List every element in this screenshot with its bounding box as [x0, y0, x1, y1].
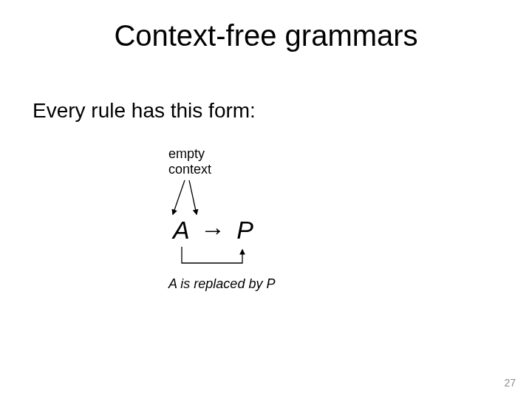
replace-caption: A is replaced by P	[168, 276, 275, 292]
svg-line-0	[173, 180, 185, 214]
rule-diagram: empty context A → P A is replaced by P	[168, 146, 361, 294]
formula-arrow: →	[196, 216, 230, 244]
body-text: Every rule has this form:	[33, 99, 256, 123]
formula-rhs: P	[236, 216, 253, 244]
empty-context-label: empty context	[168, 146, 211, 177]
replace-bracket	[173, 245, 262, 275]
empty-context-line2: context	[168, 162, 211, 177]
slide-title: Context-free grammars	[0, 19, 532, 52]
formula-lhs: A	[173, 216, 188, 244]
page-number: 27	[504, 377, 516, 389]
empty-context-arrows	[168, 179, 213, 219]
empty-context-line1: empty	[168, 146, 205, 161]
rule-formula: A → P	[173, 216, 253, 245]
svg-line-1	[189, 180, 197, 214]
